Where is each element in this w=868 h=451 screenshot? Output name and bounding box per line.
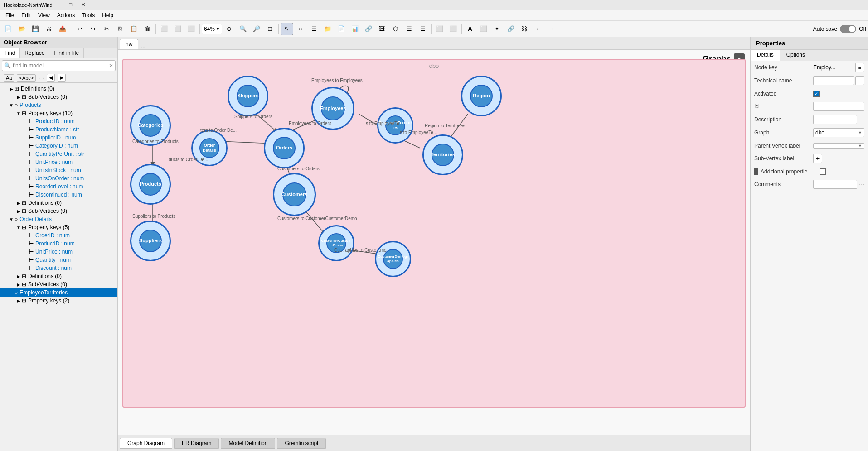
tree-item-supplierid[interactable]: ⊢ SupplierID : num bbox=[0, 134, 117, 142]
node-territories[interactable]: Territories bbox=[422, 134, 463, 175]
maximize-button[interactable]: □ bbox=[67, 2, 75, 8]
minimize-button[interactable]: — bbox=[53, 2, 63, 8]
tool1-button[interactable]: ○ bbox=[294, 23, 307, 35]
tool10-button[interactable]: ☰ bbox=[417, 23, 429, 35]
tree-item-productname[interactable]: ⊢ ProductName : str bbox=[0, 125, 117, 134]
tool5-button[interactable]: 📊 bbox=[349, 23, 361, 35]
tree-item-definitions-2[interactable]: ▶ ⊞ Definitions (0) bbox=[0, 272, 117, 280]
subvertex-plus-button[interactable]: + bbox=[813, 154, 822, 163]
tree-item-discontinued[interactable]: ⊢ Discontinued : num bbox=[0, 191, 117, 199]
comments-more-button[interactable]: ··· bbox=[859, 181, 864, 188]
node-region[interactable]: Region bbox=[461, 76, 502, 116]
activated-checkbox[interactable] bbox=[813, 91, 820, 97]
additional-drag-handle[interactable] bbox=[754, 168, 758, 175]
tree-item-orderdetails[interactable]: ▼ ○ Order Details bbox=[0, 215, 117, 223]
bottom-tab-graph-diagram[interactable]: Graph Diagram bbox=[120, 438, 172, 449]
copy-button[interactable]: ⎘ bbox=[114, 23, 126, 35]
zoom-fit-button[interactable]: ⊕ bbox=[223, 23, 236, 35]
graph-dropdown[interactable]: dbo bbox=[813, 128, 864, 137]
tree-item-subvertices-1[interactable]: ▶ ⊞ Sub-Vertices (0) bbox=[0, 207, 117, 215]
tree-item-unitprice[interactable]: ⊢ UnitPrice : num bbox=[0, 158, 117, 166]
tool7-button[interactable]: 🖼 bbox=[376, 23, 388, 35]
paste-button[interactable]: 📋 bbox=[127, 23, 140, 35]
tree-item-unitsonorder[interactable]: ⊢ UnitsOnOrder : num bbox=[0, 174, 117, 182]
arrow2-button[interactable]: → bbox=[545, 23, 558, 35]
bottom-tab-model-def[interactable]: Model Definition bbox=[221, 438, 275, 449]
prop-tab-details[interactable]: Details bbox=[751, 50, 780, 61]
zoom-reset-button[interactable]: ⊡ bbox=[264, 23, 276, 35]
techname-menu-button[interactable]: ≡ bbox=[855, 76, 864, 85]
tree-item-productid2[interactable]: ⊢ ProductID : num bbox=[0, 240, 117, 248]
node-suppliers[interactable]: Suppliers bbox=[130, 221, 171, 261]
tree-item-products[interactable]: ▼ ○ Products bbox=[0, 101, 117, 109]
tree-item-subvertices-2[interactable]: ▶ ⊞ Sub-Vertices (0) bbox=[0, 280, 117, 288]
tool4-button[interactable]: 📄 bbox=[335, 23, 348, 35]
find-tab[interactable]: Find bbox=[0, 48, 20, 58]
save-button[interactable]: 💾 bbox=[29, 23, 42, 35]
menu-view[interactable]: View bbox=[34, 11, 53, 19]
nav-prev-button[interactable]: ◀ bbox=[47, 74, 55, 82]
tool2-button[interactable]: ☰ bbox=[308, 23, 320, 35]
replace-tab[interactable]: Replace bbox=[20, 48, 49, 58]
tree-item-categoryid[interactable]: ⊢ CategoryID : num bbox=[0, 142, 117, 150]
tree-item-propkeys-10[interactable]: ▼ ⊞ Property keys (10) bbox=[0, 109, 117, 117]
window2-button[interactable]: ⬜ bbox=[447, 23, 460, 35]
tree-item-orderid[interactable]: ⊢ OrderID : num bbox=[0, 231, 117, 240]
node-products[interactable]: Products bbox=[130, 164, 171, 205]
tree-item-discount[interactable]: ⊢ Discount : num bbox=[0, 264, 117, 272]
find-in-file-tab[interactable]: Find in file bbox=[49, 48, 84, 58]
delete-button[interactable]: 🗑 bbox=[141, 23, 154, 35]
node-shippers[interactable]: Shippers bbox=[228, 76, 268, 116]
tab-nw[interactable]: nw bbox=[120, 39, 138, 49]
font-button[interactable]: A bbox=[464, 23, 476, 35]
autosave-switch[interactable] bbox=[840, 25, 856, 33]
description-input[interactable] bbox=[813, 115, 857, 124]
tool3-button[interactable]: 📁 bbox=[321, 23, 334, 35]
tree-item-employeeterritories[interactable]: ○ EmployeeTerritories bbox=[0, 288, 117, 297]
link2-button[interactable]: ⛓ bbox=[518, 23, 531, 35]
tree-item-unitsinstock[interactable]: ⊢ UnitsInStock : num bbox=[0, 166, 117, 174]
zoom-display[interactable]: 64% ▼ bbox=[202, 24, 222, 34]
view1-button[interactable]: ⬜ bbox=[477, 23, 490, 35]
tool9-button[interactable]: ☰ bbox=[403, 23, 416, 35]
node-customers[interactable]: Customers bbox=[273, 173, 316, 216]
undo-button[interactable]: ↩ bbox=[73, 23, 86, 35]
print-button[interactable]: 🖨 bbox=[43, 23, 55, 35]
tree-item-propkeys-5[interactable]: ▼ ⊞ Property keys (5) bbox=[0, 223, 117, 231]
word-option[interactable]: <Abc> bbox=[17, 74, 36, 82]
tree-item-subvertices-0a[interactable]: ▶ ⊞ Sub-Vertices (0) bbox=[0, 93, 117, 101]
tool6-button[interactable]: 🔗 bbox=[362, 23, 375, 35]
tree-item-definitions-1[interactable]: ▶ ⊞ Definitions (0) bbox=[0, 199, 117, 207]
node-orders[interactable]: Orders bbox=[264, 128, 305, 168]
id-input[interactable] bbox=[813, 102, 864, 111]
select-button[interactable]: ↖ bbox=[281, 23, 293, 35]
prop-tab-options[interactable]: Options bbox=[780, 50, 811, 61]
bottom-tab-er-diagram[interactable]: ER Diagram bbox=[174, 438, 219, 449]
parent-vertex-dropdown[interactable] bbox=[813, 143, 864, 149]
format1-button[interactable]: ⬜ bbox=[158, 23, 170, 35]
menu-edit[interactable]: Edit bbox=[18, 11, 34, 19]
menu-file[interactable]: File bbox=[2, 11, 18, 19]
redo-button[interactable]: ↪ bbox=[87, 23, 99, 35]
tree-item-productid[interactable]: ⊢ ProductID : num bbox=[0, 117, 117, 125]
format2-button[interactable]: ⬜ bbox=[171, 23, 184, 35]
open-button[interactable]: 📂 bbox=[15, 23, 28, 35]
comments-input[interactable] bbox=[813, 180, 857, 189]
window1-button[interactable]: ⬜ bbox=[433, 23, 446, 35]
tree-item-unitprice2[interactable]: ⊢ UnitPrice : num bbox=[0, 248, 117, 256]
zoom-out-button[interactable]: 🔎 bbox=[250, 23, 263, 35]
menu-help[interactable]: Help bbox=[98, 11, 117, 19]
nodekey-menu-button[interactable]: ≡ bbox=[855, 63, 864, 72]
node-customercustomerdemo[interactable]: CustomerCustom erDemo bbox=[318, 225, 354, 261]
bottom-tab-gremlin[interactable]: Gremlin script bbox=[277, 438, 326, 449]
tree-item-quantity[interactable]: ⊢ Quantity : num bbox=[0, 256, 117, 264]
export-button[interactable]: 📤 bbox=[56, 23, 69, 35]
description-more-button[interactable]: ··· bbox=[859, 116, 864, 123]
tree-item-definitions-0[interactable]: ▶ ⊞ Definitions (0) bbox=[0, 85, 117, 93]
tool8-button[interactable]: ⬡ bbox=[389, 23, 402, 35]
grid-button[interactable]: ✦ bbox=[491, 23, 504, 35]
zoom-in-button[interactable]: 🔍 bbox=[237, 23, 249, 35]
tree-item-quantityperunit[interactable]: ⊢ QuantityPerUnit : str bbox=[0, 150, 117, 158]
case-option[interactable]: Aa bbox=[4, 74, 14, 82]
autosave-toggle[interactable]: Auto save Off bbox=[813, 25, 866, 33]
